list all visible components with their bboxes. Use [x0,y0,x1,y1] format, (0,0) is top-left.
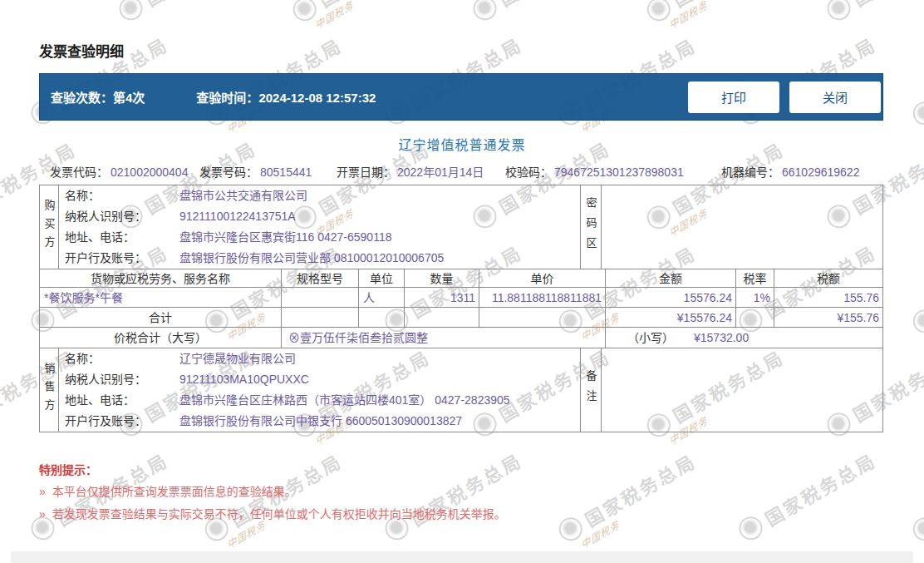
total-qty-empty [404,308,479,327]
seller-side-label: 销售方 [40,348,59,432]
buyer-fields: 名称：盘锦市公共交通有限公司 纳税人识别号：91211100122413751A… [59,185,580,269]
total-tax: ¥155.76 [774,308,882,327]
print-button[interactable]: 打印 [688,81,779,113]
check-count-label: 查验次数： [51,91,113,105]
total-unit-empty [358,308,404,327]
buyer-name-row: 名称：盘锦市公共交通有限公司 [59,185,580,206]
check-time-value: 2024-12-08 12:57:32 [258,91,376,105]
notice-bullet-icon: » [39,507,46,521]
seller-address-row: 地址、电话：盘锦市兴隆台区庄林路西（市客运站四楼401室） 0427-28239… [59,390,580,411]
check-count-value: 第4次 [113,91,145,105]
item-amount: 15576.24 [605,288,735,307]
col-header-unit: 单位 [358,269,404,287]
buyer-bank-row: 开户行及账号：盘锦银行股份有限公司营业部 08100012010006705 [59,248,580,269]
total-label: 合计 [40,308,281,327]
col-header-tax: 税额 [774,269,882,287]
items-header-row: 货物或应税劳务、服务名称 规格型号 单位 数量 单价 金额 税率 税额 [40,269,882,287]
item-price: 11.881188118811881 [479,288,605,307]
notice-bullet-icon: » [39,485,46,498]
buyer-section: 购买方 名称：盘锦市公共交通有限公司 纳税人识别号：91211100122413… [40,185,882,269]
page-title: 发票查验明细 [39,40,124,61]
col-header-name: 货物或应税劳务、服务名称 [40,269,281,287]
invoice-verification-page: 国家税务总局中国税务国家税务总局国家税务总局中国税务国家税务总局国家税务总局中国… [0,0,924,563]
total-row: 合计 ¥15576.24 ¥155.76 [40,307,882,327]
seller-fields: 名称：辽宁德晟物业有限公司 纳税人识别号：91211103MA10QPUXXC … [59,348,580,432]
close-button[interactable]: 关闭 [789,81,881,113]
notice-title: 特别提示： [39,461,97,477]
check-code: 校验码：79467251301237898031 [505,163,684,180]
total-spec-empty [281,308,358,327]
check-count: 查验次数：第4次 [51,88,145,106]
invoice-date: 开票日期：2022年01月14日 [337,163,484,180]
invoice-number: 发票号码：80515441 [199,163,312,180]
item-unit: 人 [358,288,404,307]
tax-total-small-label: （小写） [627,331,674,344]
check-time-label: 查验时间： [196,91,258,105]
item-row: *餐饮服务*午餐 人 1311 11.881188118811881 15576… [40,287,882,307]
main-content: 发票查验明细 查验次数：第4次 查验时间：2024-12-08 12:57:32… [0,0,924,563]
seller-taxid-row: 纳税人识别号：91211103MA10QPUXXC [59,369,580,390]
item-qty: 1311 [404,288,479,307]
verification-bar: 查验次数：第4次 查验时间：2024-12-08 12:57:32 打印 关闭 [39,73,883,121]
col-header-amount: 金额 [605,269,735,287]
machine-number: 机器编号：661029619622 [721,163,859,180]
tax-total-words: ⊗壹万伍仟柒佰叁拾贰圆整 [281,328,605,348]
item-name: *餐饮服务*午餐 [40,288,281,307]
password-area-label: 密码区 [580,185,602,269]
item-spec [281,288,358,307]
item-rate: 1% [735,288,774,307]
buyer-taxid-row: 纳税人识别号：91211100122413751A [59,206,580,227]
col-header-spec: 规格型号 [281,269,358,287]
col-header-rate: 税率 [735,269,774,287]
bar-actions: 打印 关闭 [688,81,882,113]
seller-bank-row: 开户行及账号：盘锦银行股份有限公司中银支行 660050130900013827 [59,411,580,432]
tax-total-label: 价税合计（大写） [40,328,281,348]
check-time: 查验时间：2024-12-08 12:57:32 [196,88,376,106]
horizontal-scrollbar[interactable] [11,551,913,563]
col-header-price: 单价 [479,269,605,287]
notice-item: »本平台仅提供所查询发票票面信息的查验结果。 [39,482,297,499]
password-area [602,185,882,269]
invoice-table: 购买方 名称：盘锦市公共交通有限公司 纳税人识别号：91211100122413… [39,185,883,432]
remark-label: 备注 [580,348,602,432]
col-header-qty: 数量 [404,269,479,287]
buyer-side-label: 购买方 [40,185,59,269]
tax-total-small-value: ¥15732.00 [694,331,749,344]
seller-name-row: 名称：辽宁德晟物业有限公司 [59,348,580,369]
tax-total-row: 价税合计（大写） ⊗壹万伍仟柒佰叁拾贰圆整 （小写）¥15732.00 [40,327,882,348]
seller-section: 销售方 名称：辽宁德晟物业有限公司 纳税人识别号：91211103MA10QPU… [40,348,882,432]
total-rate-empty [735,308,774,327]
invoice-code: 发票代码：021002000404 [50,163,188,180]
tax-total-small: （小写）¥15732.00 [605,328,882,348]
item-tax: 155.76 [774,288,882,307]
notice-item: »若发现发票查验结果与实际交易不符，任何单位或个人有权拒收并向当地税务机关举报。 [39,505,506,521]
invoice-meta-row: 发票代码：021002000404 发票号码：80515441 开票日期：202… [0,163,924,180]
total-amount: ¥15576.24 [605,308,735,327]
total-price-empty [479,308,605,327]
remark-area [602,348,882,432]
buyer-address-row: 地址、电话：盘锦市兴隆台区惠宾街116 0427-6590118 [59,227,580,248]
invoice-title: 辽宁增值税普通发票 [0,134,924,154]
